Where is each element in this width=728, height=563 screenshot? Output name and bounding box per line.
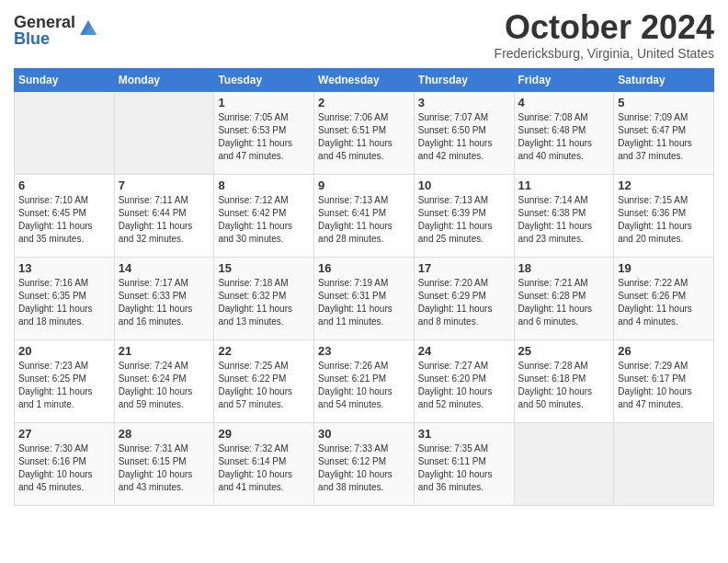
title-block: October 2024 Fredericksburg, Virginia, U… (495, 9, 714, 61)
day-cell: 7Sunrise: 7:11 AM Sunset: 6:44 PM Daylig… (114, 174, 214, 257)
logo: General Blue (14, 14, 98, 47)
calendar-page: General Blue October 2024 Fredericksburg… (0, 0, 728, 520)
calendar-table: Sunday Monday Tuesday Wednesday Thursday… (14, 68, 714, 506)
day-cell: 18Sunrise: 7:21 AM Sunset: 6:28 PM Dayli… (514, 257, 614, 339)
day-info: Sunrise: 7:11 AM Sunset: 6:44 PM Dayligh… (119, 194, 210, 246)
day-cell: 26Sunrise: 7:29 AM Sunset: 6:17 PM Dayli… (614, 339, 714, 422)
day-number: 22 (218, 344, 310, 358)
day-info: Sunrise: 7:20 AM Sunset: 6:29 PM Dayligh… (418, 277, 510, 328)
month-title: October 2024 (495, 9, 714, 46)
day-info: Sunrise: 7:16 AM Sunset: 6:35 PM Dayligh… (18, 277, 110, 328)
day-info: Sunrise: 7:33 AM Sunset: 6:12 PM Dayligh… (318, 442, 410, 494)
day-cell: 27Sunrise: 7:30 AM Sunset: 6:16 PM Dayli… (15, 422, 115, 505)
day-number: 10 (418, 178, 510, 192)
day-info: Sunrise: 7:31 AM Sunset: 6:15 PM Dayligh… (119, 442, 210, 494)
day-number: 26 (618, 344, 710, 358)
day-cell: 31Sunrise: 7:35 AM Sunset: 6:11 PM Dayli… (414, 422, 514, 505)
day-number: 3 (418, 96, 510, 109)
day-info: Sunrise: 7:17 AM Sunset: 6:33 PM Dayligh… (119, 277, 210, 328)
day-cell: 11Sunrise: 7:14 AM Sunset: 6:38 PM Dayli… (514, 174, 614, 257)
day-number: 8 (218, 178, 310, 192)
day-cell: 23Sunrise: 7:26 AM Sunset: 6:21 PM Dayli… (314, 339, 415, 422)
day-cell: 16Sunrise: 7:19 AM Sunset: 6:31 PM Dayli… (314, 257, 415, 339)
day-number: 6 (18, 178, 110, 192)
day-info: Sunrise: 7:26 AM Sunset: 6:21 PM Dayligh… (318, 360, 410, 411)
day-cell (15, 91, 115, 174)
day-cell (614, 422, 714, 505)
day-cell: 30Sunrise: 7:33 AM Sunset: 6:12 PM Dayli… (314, 422, 415, 505)
day-info: Sunrise: 7:13 AM Sunset: 6:39 PM Dayligh… (418, 194, 510, 246)
day-number: 28 (119, 427, 210, 441)
col-monday: Monday (114, 68, 214, 91)
day-cell: 12Sunrise: 7:15 AM Sunset: 6:36 PM Dayli… (614, 174, 714, 257)
day-cell: 13Sunrise: 7:16 AM Sunset: 6:35 PM Dayli… (15, 257, 115, 339)
day-number: 21 (119, 344, 210, 358)
day-number: 11 (518, 178, 610, 192)
day-cell: 4Sunrise: 7:08 AM Sunset: 6:48 PM Daylig… (514, 91, 614, 174)
day-number: 14 (119, 261, 210, 275)
day-cell: 24Sunrise: 7:27 AM Sunset: 6:20 PM Dayli… (414, 339, 514, 422)
day-cell: 17Sunrise: 7:20 AM Sunset: 6:29 PM Dayli… (414, 257, 514, 339)
day-cell (514, 422, 614, 505)
logo-blue: Blue (14, 30, 75, 47)
col-thursday: Thursday (414, 68, 514, 91)
day-number: 31 (418, 427, 510, 441)
day-number: 20 (18, 344, 110, 358)
day-info: Sunrise: 7:27 AM Sunset: 6:20 PM Dayligh… (418, 360, 510, 411)
col-tuesday: Tuesday (214, 68, 314, 91)
day-info: Sunrise: 7:15 AM Sunset: 6:36 PM Dayligh… (618, 194, 710, 246)
day-info: Sunrise: 7:09 AM Sunset: 6:47 PM Dayligh… (618, 111, 710, 163)
day-cell: 1Sunrise: 7:05 AM Sunset: 6:53 PM Daylig… (214, 91, 314, 174)
day-info: Sunrise: 7:23 AM Sunset: 6:25 PM Dayligh… (18, 360, 110, 411)
day-cell: 29Sunrise: 7:32 AM Sunset: 6:14 PM Dayli… (214, 422, 314, 505)
day-cell: 9Sunrise: 7:13 AM Sunset: 6:41 PM Daylig… (314, 174, 415, 257)
day-cell: 28Sunrise: 7:31 AM Sunset: 6:15 PM Dayli… (114, 422, 214, 505)
day-cell: 14Sunrise: 7:17 AM Sunset: 6:33 PM Dayli… (114, 257, 214, 339)
day-info: Sunrise: 7:22 AM Sunset: 6:26 PM Dayligh… (618, 277, 710, 328)
day-info: Sunrise: 7:08 AM Sunset: 6:48 PM Dayligh… (518, 111, 610, 163)
day-number: 16 (318, 261, 410, 275)
day-info: Sunrise: 7:18 AM Sunset: 6:32 PM Dayligh… (218, 277, 310, 328)
day-number: 17 (418, 261, 510, 275)
day-info: Sunrise: 7:19 AM Sunset: 6:31 PM Dayligh… (318, 277, 410, 328)
day-cell: 20Sunrise: 7:23 AM Sunset: 6:25 PM Dayli… (15, 339, 115, 422)
day-info: Sunrise: 7:21 AM Sunset: 6:28 PM Dayligh… (518, 277, 610, 328)
day-info: Sunrise: 7:06 AM Sunset: 6:51 PM Dayligh… (318, 111, 410, 163)
day-number: 15 (218, 261, 310, 275)
day-number: 24 (418, 344, 510, 358)
page-header: General Blue October 2024 Fredericksburg… (14, 9, 714, 61)
day-info: Sunrise: 7:07 AM Sunset: 6:50 PM Dayligh… (418, 111, 510, 163)
header-row: Sunday Monday Tuesday Wednesday Thursday… (15, 68, 714, 91)
day-number: 5 (618, 96, 710, 109)
calendar-header: Sunday Monday Tuesday Wednesday Thursday… (15, 68, 714, 91)
calendar-body: 1Sunrise: 7:05 AM Sunset: 6:53 PM Daylig… (15, 91, 714, 505)
day-number: 25 (518, 344, 610, 358)
day-cell: 5Sunrise: 7:09 AM Sunset: 6:47 PM Daylig… (614, 91, 714, 174)
day-info: Sunrise: 7:05 AM Sunset: 6:53 PM Dayligh… (218, 111, 310, 163)
day-number: 18 (518, 261, 610, 275)
day-number: 7 (119, 178, 210, 192)
day-info: Sunrise: 7:24 AM Sunset: 6:24 PM Dayligh… (119, 360, 210, 411)
day-cell (114, 91, 214, 174)
day-number: 27 (18, 427, 110, 441)
location: Fredericksburg, Virginia, United States (495, 46, 714, 61)
day-cell: 2Sunrise: 7:06 AM Sunset: 6:51 PM Daylig… (314, 91, 415, 174)
day-cell: 19Sunrise: 7:22 AM Sunset: 6:26 PM Dayli… (614, 257, 714, 339)
day-cell: 6Sunrise: 7:10 AM Sunset: 6:45 PM Daylig… (15, 174, 115, 257)
day-number: 30 (318, 427, 410, 441)
col-saturday: Saturday (614, 68, 714, 91)
day-number: 13 (18, 261, 110, 275)
day-number: 2 (318, 96, 410, 109)
day-info: Sunrise: 7:30 AM Sunset: 6:16 PM Dayligh… (18, 442, 110, 494)
day-cell: 3Sunrise: 7:07 AM Sunset: 6:50 PM Daylig… (414, 91, 514, 174)
day-number: 4 (518, 96, 610, 109)
logo-icon (78, 18, 98, 39)
col-sunday: Sunday (15, 68, 115, 91)
day-cell: 15Sunrise: 7:18 AM Sunset: 6:32 PM Dayli… (214, 257, 314, 339)
day-info: Sunrise: 7:25 AM Sunset: 6:22 PM Dayligh… (218, 360, 310, 411)
logo-text: General Blue (14, 14, 75, 47)
day-info: Sunrise: 7:10 AM Sunset: 6:45 PM Dayligh… (18, 194, 110, 246)
day-info: Sunrise: 7:28 AM Sunset: 6:18 PM Dayligh… (518, 360, 610, 411)
day-cell: 8Sunrise: 7:12 AM Sunset: 6:42 PM Daylig… (214, 174, 314, 257)
week-row-3: 13Sunrise: 7:16 AM Sunset: 6:35 PM Dayli… (15, 257, 714, 339)
